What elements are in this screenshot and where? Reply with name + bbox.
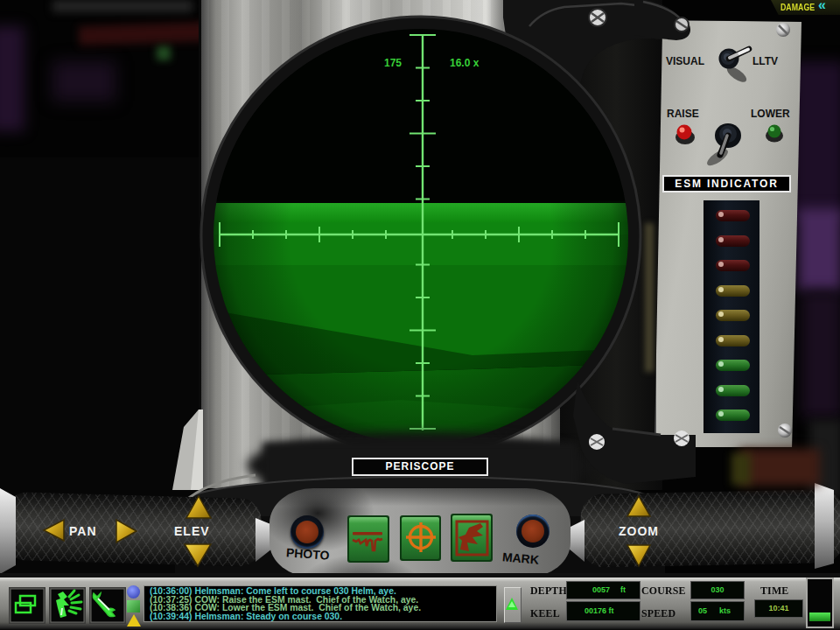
svg-text:175: 175 [384, 57, 402, 69]
svg-text:16.0 x: 16.0 x [450, 57, 480, 69]
